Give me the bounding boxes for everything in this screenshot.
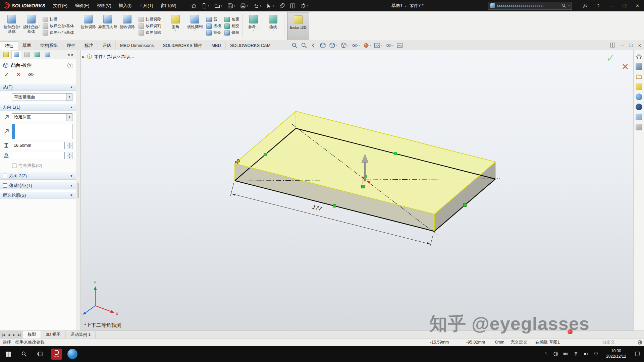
hide-show-items-icon[interactable]: ▾ bbox=[352, 42, 360, 49]
ribbon-button-rib[interactable]: 筋 bbox=[206, 17, 221, 22]
splitter-grip[interactable] bbox=[77, 183, 79, 198]
menu-item-view[interactable]: 视图(V) bbox=[93, 0, 115, 11]
zoom-area-icon[interactable] bbox=[301, 42, 307, 49]
ribbon-button-wrap[interactable]: 包覆 bbox=[224, 17, 239, 22]
ribbon-button-reference-geometry[interactable]: 参考...▾ bbox=[244, 12, 263, 40]
tab-stack-icon[interactable] bbox=[636, 124, 642, 130]
tab-markup[interactable]: 标注 bbox=[80, 41, 98, 50]
view-orientation-icon[interactable]: ▾ bbox=[329, 42, 337, 49]
view-palette-icon[interactable] bbox=[636, 83, 642, 90]
ribbon-button-revolved-cut[interactable]: 旋转切除 bbox=[117, 12, 137, 40]
section-view-icon[interactable] bbox=[320, 42, 326, 49]
tab-addins[interactable]: SOLIDWORKS 插件 bbox=[158, 41, 207, 50]
spin-up-icon[interactable]: ▲ bbox=[67, 152, 72, 156]
tab-evaluate[interactable]: 评估 bbox=[98, 41, 116, 50]
camera-view-icon[interactable] bbox=[396, 42, 403, 49]
help-icon[interactable]: ? bbox=[67, 63, 73, 68]
panel-tab-right-icon[interactable]: ▶ bbox=[71, 53, 74, 56]
taskbar-search-icon[interactable] bbox=[16, 346, 32, 362]
action-center-icon[interactable] bbox=[631, 346, 644, 362]
edit-appearance-icon[interactable]: ▾ bbox=[363, 42, 371, 49]
display-manager-tab[interactable] bbox=[43, 51, 52, 59]
search-input[interactable] bbox=[497, 3, 559, 8]
feature-tree-root-label[interactable]: 零件7 (默认<<默认... bbox=[94, 54, 134, 60]
menu-item-window[interactable]: 窗口(W) bbox=[157, 0, 180, 11]
cancel-button[interactable]: ✕ bbox=[16, 71, 21, 78]
sketch-grid-button[interactable] bbox=[288, 1, 298, 10]
previous-view-icon[interactable] bbox=[310, 42, 317, 49]
custom-properties-icon[interactable] bbox=[636, 104, 642, 110]
preview-eye-icon[interactable] bbox=[28, 71, 34, 78]
draft-input[interactable] bbox=[12, 152, 65, 159]
property-manager-tab[interactable] bbox=[11, 51, 21, 59]
spin-down-icon[interactable]: ▼ bbox=[67, 156, 72, 159]
section-direction2[interactable]: 方向 2(2) ▼ bbox=[0, 172, 76, 180]
wifi-icon[interactable] bbox=[571, 346, 581, 362]
ribbon-button-mirror[interactable]: 镜向 bbox=[224, 30, 239, 36]
print-button[interactable]: ▾ bbox=[238, 1, 250, 10]
ribbon-button-extruded-cut[interactable]: 拉伸切除 bbox=[78, 12, 98, 40]
start-button[interactable] bbox=[0, 346, 16, 362]
options-button[interactable]: ▾ bbox=[299, 1, 311, 10]
task-view-icon[interactable] bbox=[32, 346, 48, 362]
doc-tab-3d-views[interactable]: 3D 视图 bbox=[41, 331, 65, 339]
ribbon-button-extruded-boss[interactable]: 拉伸凸台/基体 bbox=[2, 12, 21, 40]
menu-item-file[interactable]: 文件(F) bbox=[49, 0, 71, 11]
new-document-button[interactable]: ▾ bbox=[200, 1, 212, 10]
ribbon-button-boundary-boss[interactable]: 边界凸台/基体 bbox=[43, 30, 74, 36]
ribbon-button-draft[interactable]: 拔模 bbox=[206, 23, 221, 29]
file-explorer-icon[interactable] bbox=[636, 73, 642, 80]
ribbon-button-shell[interactable]: 抽壳 bbox=[206, 30, 221, 36]
doc-restore-icon[interactable]: ❐ bbox=[629, 43, 633, 48]
search-category-icon[interactable] bbox=[490, 3, 495, 8]
end-condition-dropdown[interactable]: 给定深度 ▼ bbox=[12, 113, 72, 121]
appearances-icon[interactable] bbox=[636, 94, 642, 100]
menu-item-tools[interactable]: 工具(T) bbox=[135, 0, 157, 11]
dimxpert-manager-tab[interactable] bbox=[32, 51, 42, 59]
panel-splitter[interactable] bbox=[76, 50, 81, 330]
first-tab-icon[interactable]: |◀ bbox=[2, 333, 5, 337]
tab-structure-system[interactable]: 结构系统 bbox=[36, 41, 62, 50]
ribbon-button-instant3d[interactable]: Instant3D bbox=[287, 12, 309, 40]
view-settings-icon[interactable]: ▾ bbox=[385, 42, 394, 49]
direction-reference-box[interactable] bbox=[12, 124, 72, 139]
search-dropdown-icon[interactable]: ▾ bbox=[568, 5, 570, 7]
depth-input[interactable] bbox=[12, 142, 65, 149]
tab-sketch[interactable]: 草图 bbox=[18, 41, 36, 50]
prev-tab-icon[interactable]: ◀ bbox=[8, 333, 10, 337]
draft-spinner[interactable]: ▲▼ bbox=[67, 152, 72, 159]
tab-weldments[interactable]: 焊件 bbox=[62, 41, 80, 50]
ribbon-button-lofted-cut[interactable]: 放样切割 bbox=[139, 23, 161, 29]
dropdown-arrow-icon[interactable]: ▼ bbox=[66, 94, 72, 101]
tab-mbd-dimensions[interactable]: MBD Dimensions bbox=[116, 41, 158, 50]
reverse-direction-icon[interactable] bbox=[3, 114, 9, 120]
forum-icon[interactable] bbox=[636, 114, 642, 120]
outward-draft-checkbox[interactable] bbox=[12, 164, 16, 168]
ribbon-button-intersect[interactable]: 相交 bbox=[224, 23, 239, 29]
user-icon[interactable] bbox=[579, 0, 592, 11]
status-custom[interactable]: 自定义 bbox=[602, 339, 615, 346]
ok-button[interactable]: ✓ bbox=[4, 71, 9, 78]
taskbar-clock[interactable]: 10:30 2022/12/12 bbox=[601, 349, 631, 359]
minimize-icon[interactable]: ─ bbox=[605, 0, 618, 11]
expand-panes-icon[interactable] bbox=[610, 42, 615, 49]
edge-browser-icon[interactable] bbox=[64, 346, 80, 362]
model-scene[interactable]: 177 99 bbox=[81, 50, 633, 330]
volume-icon[interactable] bbox=[581, 346, 591, 362]
network-icon[interactable] bbox=[551, 346, 561, 362]
ribbon-button-fillet[interactable]: 圆角▾ bbox=[166, 12, 185, 40]
ribbon-button-hole-wizard[interactable]: 异型孔向导 bbox=[98, 12, 117, 40]
doc-close-icon[interactable]: ✕ bbox=[638, 43, 641, 48]
dimension-value[interactable]: 177 bbox=[312, 204, 323, 213]
open-button[interactable]: ▾ bbox=[212, 1, 224, 10]
zoom-fit-icon[interactable] bbox=[291, 42, 298, 49]
panel-tab-left-icon[interactable]: ◀ bbox=[67, 53, 69, 56]
doc-minimize-icon[interactable]: ─ bbox=[621, 43, 624, 48]
home-button[interactable] bbox=[189, 1, 199, 10]
ribbon-button-swept-cut[interactable]: 扫描切除 bbox=[139, 17, 161, 22]
tab-mbd[interactable]: MBD bbox=[207, 41, 226, 50]
menu-item-insert[interactable]: 插入(I) bbox=[115, 0, 135, 11]
close-icon[interactable]: ✕ bbox=[631, 0, 644, 11]
doc-tab-motion-study[interactable]: 运动算例 1 bbox=[66, 331, 96, 339]
ribbon-button-sweep[interactable]: 扫描 bbox=[43, 17, 74, 22]
